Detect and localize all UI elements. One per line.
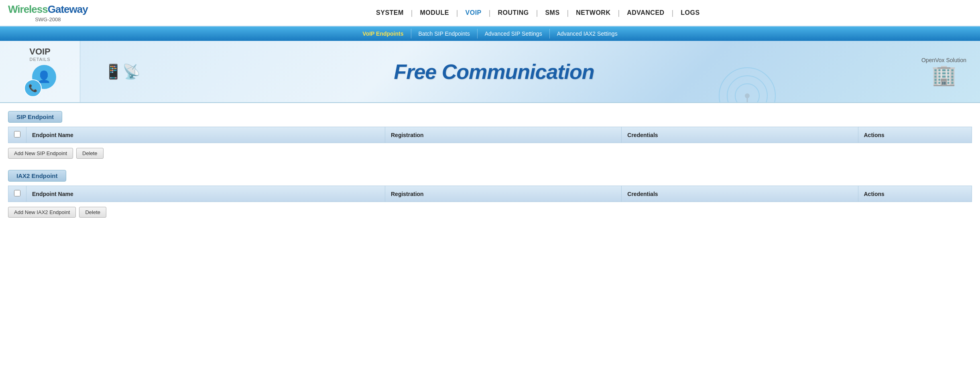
logo-gateway: Gateway — [48, 3, 88, 15]
banner-voip-sub: DETAILS — [29, 57, 50, 62]
iax2-col-credentials: Credentials — [622, 186, 858, 202]
banner: VOIP DETAILS 📱📡 Free Communication OpenV… — [0, 41, 980, 103]
subnav-advanced-iax2[interactable]: Advanced IAX2 Settings — [550, 29, 625, 38]
subnav-advanced-sip[interactable]: Advanced SIP Settings — [478, 29, 550, 38]
header: WirelessGateway SWG-2008 SYSTEM | MODULE… — [0, 0, 980, 26]
iax2-endpoint-table: Endpoint Name Registration Credentials A… — [8, 186, 972, 202]
nav-system[interactable]: SYSTEM — [369, 8, 411, 18]
banner-title: Free Communication — [394, 60, 594, 84]
openvox-label: OpenVox Solution — [921, 57, 966, 63]
subnav-batch-sip[interactable]: Batch SIP Endpoints — [411, 29, 478, 38]
iax2-select-all-checkbox[interactable] — [14, 190, 20, 196]
iax2-col-checkbox — [8, 186, 26, 202]
sip-section-header: SIP Endpoint — [8, 111, 62, 123]
nav-voip[interactable]: VOIP — [458, 8, 489, 18]
logo-wireless: Wireless — [8, 3, 48, 15]
main-nav: SYSTEM | MODULE | VOIP | ROUTING | SMS |… — [104, 8, 972, 18]
sip-col-registration: Registration — [385, 127, 622, 143]
banner-left: VOIP DETAILS — [0, 41, 80, 102]
banner-center: 📱📡 Free Communication — [80, 60, 908, 84]
nav-module[interactable]: MODULE — [413, 8, 456, 18]
building-icon: 🏢 — [931, 63, 956, 87]
sip-col-endpoint-name: Endpoint Name — [26, 127, 385, 143]
add-sip-endpoint-button[interactable]: Add New SIP Endpoint — [8, 148, 73, 159]
sip-col-credentials: Credentials — [622, 127, 858, 143]
iax2-col-endpoint-name: Endpoint Name — [26, 186, 385, 202]
iax2-delete-button[interactable]: Delete — [79, 207, 106, 218]
subnav-voip-endpoints[interactable]: VoIP Endpoints — [355, 29, 411, 38]
nav-logs[interactable]: LOGS — [673, 8, 707, 18]
svg-point-4 — [745, 93, 750, 98]
logo-text: WirelessGateway — [8, 3, 88, 16]
iax2-col-actions: Actions — [858, 186, 972, 202]
nav-advanced[interactable]: ADVANCED — [620, 8, 671, 18]
sip-endpoint-table: Endpoint Name Registration Credentials A… — [8, 127, 972, 143]
banner-right: OpenVox Solution 🏢 — [908, 53, 980, 91]
sip-delete-button[interactable]: Delete — [76, 148, 104, 159]
sip-table-header-row: Endpoint Name Registration Credentials A… — [8, 127, 972, 143]
iax2-button-row: Add New IAX2 Endpoint Delete — [8, 207, 972, 218]
main-content: SIP Endpoint Endpoint Name Registration … — [0, 103, 980, 234]
logo-area: WirelessGateway SWG-2008 — [8, 3, 88, 22]
add-iax2-endpoint-button[interactable]: Add New IAX2 Endpoint — [8, 207, 76, 218]
sip-button-row: Add New SIP Endpoint Delete — [8, 148, 972, 159]
sip-col-actions: Actions — [858, 127, 972, 143]
sip-col-checkbox — [8, 127, 26, 143]
signal-icon — [715, 64, 779, 103]
banner-voip-label: VOIP — [29, 46, 51, 57]
subnav: VoIP Endpoints Batch SIP Endpoints Advan… — [0, 26, 980, 41]
nav-routing[interactable]: ROUTING — [490, 8, 536, 18]
mobile-icon: 📱📡 — [104, 63, 140, 80]
phone-icon — [24, 79, 42, 97]
logo-model: SWG-2008 — [35, 16, 61, 22]
nav-network[interactable]: NETWORK — [569, 8, 618, 18]
sip-select-all-checkbox[interactable] — [14, 131, 20, 137]
banner-voip-icon — [24, 65, 56, 97]
nav-sms[interactable]: SMS — [538, 8, 567, 18]
iax2-table-header-row: Endpoint Name Registration Credentials A… — [8, 186, 972, 202]
iax2-col-registration: Registration — [385, 186, 622, 202]
iax2-section-header: IAX2 Endpoint — [8, 170, 66, 182]
